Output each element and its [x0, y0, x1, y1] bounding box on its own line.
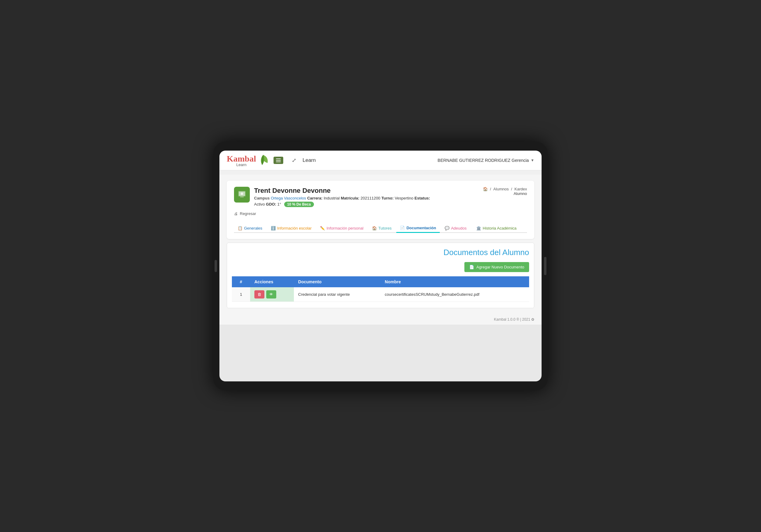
documents-section: Documentos del Alumno 📄 Agregar Nuevo Do…	[227, 242, 534, 308]
row-actions: 🗑 👁	[250, 287, 294, 302]
svg-point-4	[241, 192, 243, 195]
tablet-side-button-right	[544, 257, 547, 275]
tab-documentacion[interactable]: 📄 Documentación	[396, 224, 440, 233]
student-name: Trent Devonne Devonne	[254, 187, 430, 195]
matricula-value: 202111200	[360, 196, 380, 200]
adeudos-icon: 💬	[444, 226, 449, 231]
documentacion-icon: 📄	[400, 226, 405, 230]
student-card: Trent Devonne Devonne Campus Ortega Vasc…	[227, 181, 534, 239]
breadcrumb: 🏠 / Alumnos / Kardex Alumno	[483, 187, 527, 196]
documents-table: # Acciones Documento Nombre 1 🗑	[232, 276, 529, 302]
generales-icon: 📋	[238, 226, 243, 231]
gdo-value: 1°	[277, 202, 281, 206]
carrera-label: Carrera:	[307, 196, 323, 200]
tutores-icon: 🏠	[372, 226, 377, 231]
beca-badge: 10 % De Beca	[284, 202, 314, 207]
col-documento: Documento	[294, 276, 380, 287]
add-document-button[interactable]: 📄 Agregar Nuevo Documento	[464, 262, 529, 272]
regresar-button[interactable]: 🖨 Regresar	[234, 209, 256, 218]
turno-value: Vespertino	[395, 196, 413, 200]
regresar-label: Regresar	[240, 211, 256, 216]
expand-icon[interactable]: ⤢	[292, 157, 296, 164]
campus-value: Ortega Vasconcelos	[271, 196, 306, 200]
user-name-label: BERNABE GUTIERREZ RODRIGUEZ Gerencia	[438, 158, 529, 163]
add-doc-label: Agregar Nuevo Documento	[476, 265, 524, 269]
footer-text: Kambal 1.0.0 ® | 2021 ✿	[494, 317, 534, 322]
user-dropdown[interactable]: BERNABE GUTIERREZ RODRIGUEZ Gerencia ▼	[438, 158, 534, 163]
breadcrumb-alumno: Alumno	[514, 191, 527, 196]
col-nombre: Nombre	[380, 276, 529, 287]
logo-area: Kambal Learn	[227, 154, 269, 167]
main-content: Trent Devonne Devonne Campus Ortega Vasc…	[219, 175, 542, 314]
header-app-name: Learn	[302, 157, 316, 163]
table-row: 1 🗑 👁 Credencial para votar vigente cour…	[232, 287, 529, 302]
estatus-value: Activo	[254, 202, 265, 206]
app-footer: Kambal 1.0.0 ® | 2021 ✿	[219, 314, 542, 325]
add-doc-icon: 📄	[469, 265, 474, 269]
status-row: Activo GDO: 1° 10 % De Beca	[254, 202, 430, 207]
campus-label: Campus	[254, 196, 269, 200]
logo-leaf-icon	[258, 154, 269, 167]
student-info: Trent Devonne Devonne Campus Ortega Vasc…	[254, 187, 430, 207]
gdo-label: GDO:	[266, 202, 276, 206]
logo-kambal: Kambal	[227, 154, 256, 163]
regresar-icon: 🖨	[234, 211, 238, 216]
col-number: #	[232, 276, 250, 287]
matricula-label: Matrícula:	[341, 196, 359, 200]
info-personal-icon: ✏️	[320, 226, 325, 231]
student-meta: Campus Ortega Vasconcelos Carrera: Indus…	[254, 196, 430, 200]
carrera-value: Industrial	[324, 196, 340, 200]
app-header: Kambal Learn ⤢ Learn BERNABE GUTIERREZ R…	[219, 151, 542, 170]
row-number: 1	[232, 287, 250, 302]
tab-adeudos[interactable]: 💬 Adeudos	[441, 224, 470, 233]
turno-label: Turno:	[381, 196, 393, 200]
chevron-down-icon: ▼	[531, 158, 534, 162]
tabs-bar: 📋 Generales ℹ️ Información escolar ✏️ In…	[234, 221, 527, 233]
svg-rect-3	[240, 196, 244, 197]
row-nombre: coursecertificatesSCRUMstudy_BernabeGuti…	[380, 287, 529, 302]
view-button[interactable]: 👁	[266, 290, 276, 298]
student-avatar-icon	[237, 190, 247, 199]
student-avatar	[234, 187, 250, 202]
tab-historia[interactable]: 🏛️ Historia Académica	[473, 224, 520, 233]
tablet-side-button-left	[214, 260, 217, 272]
row-documento: Credencial para votar vigente	[294, 287, 380, 302]
col-acciones: Acciones	[250, 276, 294, 287]
tab-info-personal[interactable]: ✏️ Información personal	[317, 224, 367, 233]
menu-toggle-button[interactable]	[273, 157, 283, 164]
breadcrumb-alumnos: Alumnos	[493, 187, 509, 191]
documents-title: Documentos del Alumno	[232, 248, 529, 257]
breadcrumb-kardex: Kardex	[514, 187, 527, 191]
info-escolar-icon: ℹ️	[271, 226, 276, 231]
historia-icon: 🏛️	[476, 226, 481, 231]
sub-header-bar	[219, 170, 542, 175]
tab-info-escolar[interactable]: ℹ️ Información escolar	[267, 224, 315, 233]
estatus-label: Estatus:	[415, 196, 430, 200]
logo-text: Kambal Learn	[227, 154, 256, 167]
home-icon: 🏠	[483, 187, 488, 191]
delete-button[interactable]: 🗑	[254, 290, 264, 298]
tab-tutores[interactable]: 🏠 Tutores	[368, 224, 395, 233]
tab-generales[interactable]: 📋 Generales	[234, 224, 266, 233]
